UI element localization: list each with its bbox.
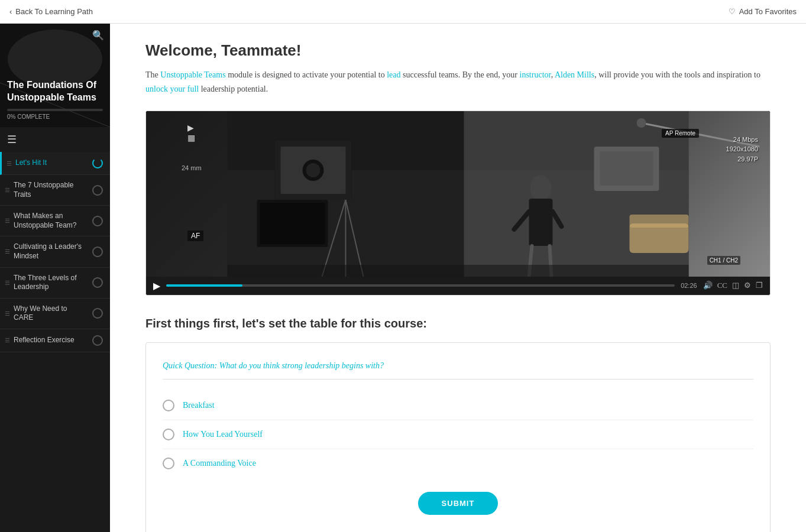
sidebar-hero: 🔍 The Foundations Of Unstoppable Teams 0…: [0, 24, 110, 127]
fullscreen-icon[interactable]: ❐: [756, 281, 763, 290]
ap-remote-label: AP Remote: [662, 129, 699, 138]
video-scene: AP Remote 24 Mbps1920x108029.97P 24 mm ▶…: [146, 111, 770, 277]
svg-point-9: [637, 118, 646, 128]
quiz-option-label: Breakfast: [183, 401, 215, 410]
content-area: Welcome, Teammate! The Unstoppable Teams…: [110, 24, 806, 532]
quiz-radio-lead-yourself[interactable]: [163, 429, 174, 440]
subtitles-icon[interactable]: CC: [717, 281, 727, 290]
svg-rect-16: [529, 199, 553, 246]
heart-icon: ♡: [729, 7, 736, 16]
svg-rect-25: [228, 265, 689, 277]
video-progress: [166, 284, 242, 287]
video-preview[interactable]: AP Remote 24 Mbps1920x108029.97P 24 mm ▶…: [146, 111, 770, 277]
unlock-link[interactable]: unlock your full: [145, 85, 199, 93]
drag-icon: ☰: [5, 218, 10, 224]
sidebar-item-reflection[interactable]: ☰ Reflection Exercise: [0, 329, 110, 352]
quiz-radio-breakfast[interactable]: [163, 400, 174, 411]
sidebar-item-why-care[interactable]: ☰ Why We Need to CARE: [0, 299, 110, 329]
sidebar-item-label: The 7 Unstoppable Traits: [14, 181, 89, 199]
quiz-option-label: A Commanding Voice: [183, 459, 256, 468]
sidebar-item-three-levels[interactable]: ☰ The Three Levels of Leadership: [0, 268, 110, 299]
sidebar: 🔍 The Foundations Of Unstoppable Teams 0…: [0, 24, 110, 532]
drag-icon: ☰: [5, 248, 10, 255]
video-timeline[interactable]: [166, 284, 675, 287]
video-container: AP Remote 24 Mbps1920x108029.97P 24 mm ▶…: [145, 111, 771, 296]
back-label: Back To Learning Path: [15, 7, 93, 16]
drag-icon: ☰: [5, 310, 10, 317]
sidebar-item-label: Reflection Exercise: [14, 336, 89, 345]
video-time: 02:26: [681, 282, 697, 289]
lead-link[interactable]: lead: [387, 70, 400, 79]
back-arrow-icon: ‹: [9, 7, 12, 16]
alden-mills-link[interactable]: Alden Mills: [555, 70, 594, 79]
item-status-circle: [92, 335, 103, 346]
quiz-question: Quick Question: What do you think strong…: [163, 359, 753, 379]
volume-icon[interactable]: 🔊: [703, 281, 713, 290]
quiz-question-text: What do you think strong leadership begi…: [217, 361, 384, 370]
video-stats: 24 Mbps1920x108029.97P: [726, 135, 758, 164]
item-status-circle: [92, 246, 103, 257]
item-status-circle: [92, 308, 103, 319]
sidebar-item-label: Let's Hit It: [15, 158, 89, 168]
video-play-overlay: ▶▦: [187, 123, 195, 143]
back-to-learning-path[interactable]: ‹ Back To Learning Path: [9, 7, 93, 16]
quiz-option-label: How You Lead Yourself: [183, 430, 263, 439]
sidebar-item-what-makes[interactable]: ☰ What Makes an Unstoppable Team?: [0, 206, 110, 236]
sidebar-item-7-traits[interactable]: ☰ The 7 Unstoppable Traits: [0, 175, 110, 206]
progress-bar-container: [7, 109, 103, 111]
item-status-circle: [92, 185, 103, 196]
video-controls: ▶ 02:26 🔊 CC ◫ ⚙ ❐: [146, 277, 770, 295]
top-nav: ‹ Back To Learning Path ♡ Add To Favorit…: [0, 0, 806, 24]
quiz-option-commanding-voice[interactable]: A Commanding Voice: [163, 449, 753, 478]
sidebar-item-label: The Three Levels of Leadership: [14, 274, 89, 292]
favorites-label: Add To Favorites: [739, 7, 797, 16]
sidebar-item-label: What Makes an Unstoppable Team?: [14, 212, 89, 230]
quiz-card: Quick Question: What do you think strong…: [145, 342, 771, 532]
section-title: First things first, let's set the table …: [145, 317, 771, 330]
item-status-circle: [92, 277, 103, 288]
welcome-description: The Unstoppable Teams module is designed…: [145, 68, 771, 96]
svg-rect-11: [260, 203, 325, 244]
sidebar-item-lets-hit-it[interactable]: ☰ Let's Hit It: [0, 152, 110, 175]
sidebar-item-label: Cultivating a Leader's Mindset: [14, 242, 89, 261]
video-af-label: AF: [187, 231, 203, 241]
svg-rect-24: [630, 215, 689, 228]
quiz-radio-commanding-voice[interactable]: [163, 458, 174, 469]
progress-text: 0% COMPLETE: [7, 113, 103, 120]
item-status-circle: [92, 216, 103, 226]
video-mm-label: 24 mm: [182, 164, 202, 171]
sidebar-item-label: Why We Need to CARE: [14, 304, 89, 323]
drag-icon: ☰: [5, 280, 10, 286]
add-to-favorites[interactable]: ♡ Add To Favorites: [729, 7, 797, 16]
pip-icon[interactable]: ◫: [732, 281, 739, 290]
svg-point-15: [530, 175, 552, 201]
svg-rect-23: [630, 223, 689, 253]
submit-button[interactable]: SUBMIT: [418, 492, 499, 515]
drag-icon: ☰: [5, 337, 10, 343]
menu-icon[interactable]: ☰: [0, 127, 110, 152]
sidebar-course-title: The Foundations Of Unstoppable Teams: [7, 79, 103, 104]
unstoppable-teams-link[interactable]: Unstoppable Teams: [160, 70, 225, 79]
play-button[interactable]: ▶: [153, 280, 160, 291]
sidebar-hero-content: The Foundations Of Unstoppable Teams 0% …: [7, 79, 103, 120]
welcome-title: Welcome, Teammate!: [145, 41, 771, 60]
item-status-circle: [92, 158, 103, 168]
drag-icon: ☰: [7, 160, 12, 167]
quiz-option-breakfast[interactable]: Breakfast: [163, 391, 753, 420]
settings-icon[interactable]: ⚙: [744, 281, 751, 290]
video-control-icons: 🔊 CC ◫ ⚙ ❐: [703, 281, 763, 290]
drag-icon: ☰: [5, 187, 10, 193]
video-ch-label: CH1 / CH2: [707, 256, 740, 265]
svg-point-7: [306, 163, 321, 177]
search-icon[interactable]: 🔍: [92, 30, 104, 41]
sidebar-item-cultivating[interactable]: ☰ Cultivating a Leader's Mindset: [0, 236, 110, 267]
quiz-question-prefix: Quick Question:: [163, 361, 217, 370]
instructor-link[interactable]: instructor: [520, 70, 551, 79]
svg-rect-22: [600, 151, 653, 186]
quiz-option-lead-yourself[interactable]: How You Lead Yourself: [163, 420, 753, 449]
sidebar-items: ☰ Let's Hit It ☰ The 7 Unstoppable Trait…: [0, 152, 110, 532]
main-layout: 🔍 The Foundations Of Unstoppable Teams 0…: [0, 24, 806, 532]
